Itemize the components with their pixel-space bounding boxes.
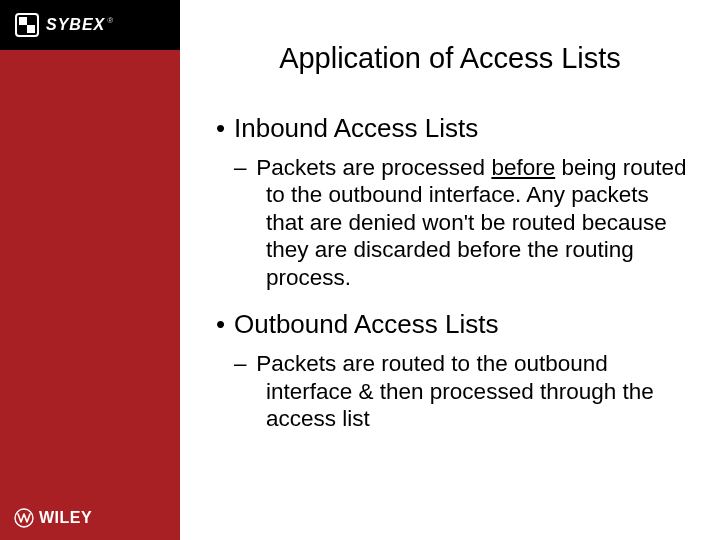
slide-title: Application of Access Lists	[180, 0, 720, 85]
sybex-name: SYBEX	[46, 16, 105, 33]
sub-item-text: – Packets are processed before being rou…	[250, 154, 690, 291]
bullet-item: •Outbound Access Lists	[216, 309, 690, 340]
bullet-glyph: •	[216, 113, 234, 144]
sidebar: SYBEX® WILEY	[0, 0, 180, 540]
sub-item-text: – Packets are routed to the outbound int…	[250, 350, 690, 432]
wiley-logo-icon	[14, 508, 34, 528]
bullet-label: Inbound Access Lists	[234, 113, 478, 143]
bullet-glyph: •	[216, 309, 234, 340]
sub-item: – Packets are processed before being rou…	[250, 154, 690, 291]
bullet-item: •Inbound Access Lists	[216, 113, 690, 144]
svg-point-1	[15, 509, 33, 527]
slide-body: •Inbound Access Lists – Packets are proc…	[180, 85, 720, 433]
sybex-logo-text: SYBEX®	[46, 16, 113, 34]
content-area: Application of Access Lists •Inbound Acc…	[180, 0, 720, 540]
registered-mark: ®	[107, 16, 113, 25]
sub-text-pre: Packets are routed to the outbound inter…	[256, 351, 654, 431]
bullet-label: Outbound Access Lists	[234, 309, 498, 339]
wiley-logo: WILEY	[14, 508, 92, 528]
slide: SYBEX® WILEY Application of Access Lists…	[0, 0, 720, 540]
wiley-logo-text: WILEY	[39, 509, 92, 527]
sybex-logo-icon	[14, 12, 40, 38]
sub-item: – Packets are routed to the outbound int…	[250, 350, 690, 432]
sybex-logo: SYBEX®	[0, 0, 180, 50]
sub-text-pre: Packets are processed	[256, 155, 491, 180]
sub-text-underlined: before	[491, 155, 555, 180]
